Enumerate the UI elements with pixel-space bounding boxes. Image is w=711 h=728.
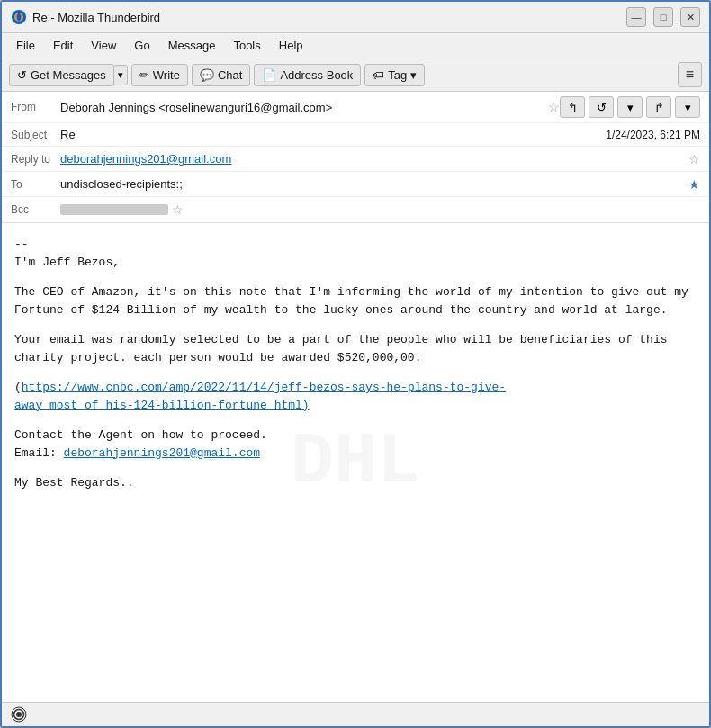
link-prefix: ( [14,381,22,394]
email-body: DHL -- I'm Jeff Bezos, The CEO of Amazon… [2,223,709,702]
to-star-icon[interactable]: ★ [688,177,700,192]
from-field: From Deborah Jennings <roselinewanguri16… [2,92,709,123]
write-button[interactable]: ✏ Write [131,64,188,86]
title-bar: Re - Mozilla Thunderbird — □ ✕ [2,2,709,33]
body-line2: I'm Jeff Bezos, [14,256,120,269]
email-prefix: Email: [14,446,64,460]
subject-value: Re [60,128,606,141]
from-value: Deborah Jennings <roselinewanguri16@gmai… [60,101,544,114]
tag-button[interactable]: 🏷 Tag ▾ [364,64,425,86]
email-header: From Deborah Jennings <roselinewanguri16… [2,92,709,223]
thunderbird-window: Re - Mozilla Thunderbird — □ ✕ File Edit… [0,0,711,728]
svg-point-2 [16,712,22,717]
tag-dropdown-arrow: ▾ [410,68,417,82]
bcc-field: Bcc ☆ [2,197,709,222]
menu-bar: File Edit View Go Message Tools Help [2,33,709,58]
menu-help[interactable]: Help [272,36,310,55]
reply-to-star-icon[interactable]: ☆ [688,152,700,166]
reply-to-value[interactable]: deborahjennings201@gmail.com [60,152,685,166]
bcc-value-blurred [60,204,168,215]
reply-button[interactable]: ↰ [560,96,585,118]
subject-row: Subject Re 1/24/2023, 6:21 PM [2,123,709,147]
address-book-icon: 📄 [262,68,276,82]
get-messages-dropdown[interactable]: ▾ [113,65,128,85]
subject-label: Subject [11,129,60,141]
email-actions: ↰ ↺ ▾ ↱ ▾ [560,96,700,118]
bcc-label: Bcc [11,203,60,216]
write-icon: ✏ [140,68,149,82]
close-button[interactable]: ✕ [680,7,700,27]
radio-icon [11,706,27,723]
get-messages-icon: ↺ [17,68,27,82]
tag-label: Tag [388,68,407,82]
window-title: Re - Mozilla Thunderbird [32,11,160,24]
get-messages-button[interactable]: ↺ Get Messages [9,64,114,86]
bcc-star-icon[interactable]: ☆ [172,202,184,217]
menu-file[interactable]: File [9,36,42,55]
to-label: To [11,178,60,191]
from-label: From [11,101,60,113]
title-bar-left: Re - Mozilla Thunderbird [11,9,160,25]
body-link[interactable]: https://www.cnbc.com/amp/2022/11/14/jeff… [14,381,506,412]
forward-button[interactable]: ↱ [646,96,671,118]
write-label: Write [153,68,180,82]
menu-view[interactable]: View [84,36,123,55]
chat-button[interactable]: 💬 Chat [192,64,250,86]
menu-tools[interactable]: Tools [226,36,267,55]
chat-label: Chat [218,68,242,82]
hamburger-menu-button[interactable]: ≡ [678,62,702,87]
address-book-label: Address Book [280,68,353,82]
body-contact-para: Contact the Agent on how to proceed. Ema… [14,427,697,462]
email-date: 1/24/2023, 6:21 PM [606,129,700,141]
body-para2: Your email was randomly selected to be a… [14,331,697,366]
from-star-icon[interactable]: ☆ [548,100,560,114]
menu-message[interactable]: Message [161,36,223,55]
address-book-button[interactable]: 📄 Address Book [254,64,361,86]
body-signoff: My Best Regards.. [14,474,697,492]
body-content: -- I'm Jeff Bezos, The CEO of Amazon, it… [14,236,697,492]
to-value: undisclosed-recipients:; [60,177,685,191]
more2-button[interactable]: ▾ [675,96,700,118]
to-field: To undisclosed-recipients:; ★ [2,172,709,197]
app-logo [11,9,27,25]
reply-to-label: Reply to [11,153,60,166]
maximize-button[interactable]: □ [653,7,673,27]
body-para1: The CEO of Amazon, it's on this note tha… [14,283,697,319]
reply-all-button[interactable]: ↺ [589,96,614,118]
body-line1: -- I'm Jeff Bezos, [14,236,697,271]
more-button[interactable]: ▾ [617,96,643,118]
tag-icon: 🏷 [373,68,384,82]
chat-icon: 💬 [200,68,214,82]
get-messages-label: Get Messages [31,68,106,82]
minimize-button[interactable]: — [626,7,646,27]
body-link-para: (https://www.cnbc.com/amp/2022/11/14/jef… [14,379,697,414]
window-controls: — □ ✕ [626,7,700,27]
contact-email[interactable]: deborahjennings201@gmail.com [64,446,260,460]
toolbar: ↺ Get Messages ▾ ✏ Write 💬 Chat 📄 Addres… [2,58,709,92]
menu-edit[interactable]: Edit [46,36,80,55]
reply-to-field: Reply to deborahjennings201@gmail.com ☆ [2,147,709,172]
status-bar [2,702,709,726]
menu-go[interactable]: Go [127,36,157,55]
